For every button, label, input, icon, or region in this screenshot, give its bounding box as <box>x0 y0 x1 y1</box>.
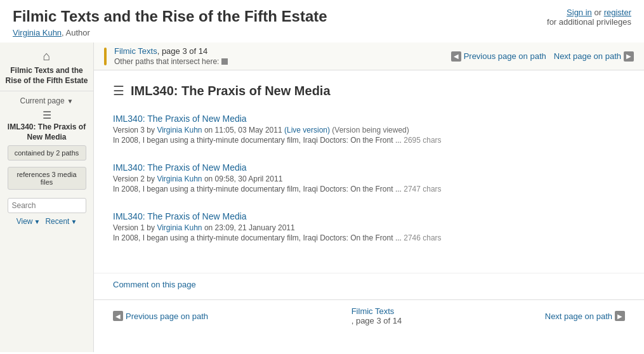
version-chars: 2695 chars <box>404 136 441 145</box>
version-chars: 2746 chars <box>404 233 441 242</box>
version-title: IML340: The Praxis of New Media <box>113 162 625 173</box>
bottom-path-nav: ◀ Previous page on path Filmic Texts, pa… <box>94 299 644 332</box>
references-btn[interactable]: references 3 media files <box>8 167 86 190</box>
versions-container: IML340: The Praxis of New Media Version … <box>113 114 625 242</box>
page-body: ☰ IML340: The Praxis of New Media IML340… <box>94 70 644 273</box>
page-ref: Filmic Texts, page 3 of 14 <box>114 46 228 56</box>
version-preview: In 2008, I began using a thirty-minute d… <box>113 233 625 242</box>
next-label-text: Next page on path <box>554 51 621 61</box>
path-indicator <box>104 48 107 65</box>
prev-arrow-icon: ◀ <box>451 51 461 62</box>
home-icon: ⌂ <box>43 49 50 63</box>
current-page-arrow: ▼ <box>67 98 74 105</box>
recent-dropdown[interactable]: Recent ▼ <box>45 217 77 226</box>
bottom-next-arrow-icon: ▶ <box>615 311 625 321</box>
other-paths-text: Other paths that intersect here: <box>114 57 219 66</box>
page-heading: ☰ IML340: The Praxis of New Media <box>113 83 625 98</box>
layout: ⌂ Filmic Texts and theRise of the Fifth … <box>0 43 644 352</box>
main-content: Filmic Texts, page 3 of 14 Other paths t… <box>94 43 644 352</box>
site-subtitle: Virginia Kuhn, Author <box>13 28 327 37</box>
bottom-prev-path-link[interactable]: ◀ Previous page on path <box>113 311 208 321</box>
privileges-text: for additional privileges <box>547 17 631 27</box>
view-recent-controls: View ▼ Recent ▼ <box>16 217 77 226</box>
top-header: Filmic Texts and the Rise of the Fifth E… <box>0 0 644 43</box>
comment-link[interactable]: Comment on this page <box>113 280 625 289</box>
version-entry: IML340: The Praxis of New Media Version … <box>113 114 625 145</box>
search-input[interactable] <box>8 198 86 213</box>
version-author-link[interactable]: Virginia Kuhn <box>157 126 202 134</box>
sidebar: ⌂ Filmic Texts and theRise of the Fifth … <box>0 43 94 352</box>
path-info: Filmic Texts, page 3 of 14 Other paths t… <box>114 46 228 66</box>
version-title: IML340: The Praxis of New Media <box>113 211 625 221</box>
bottom-filmic-link[interactable]: Filmic Texts <box>352 306 402 316</box>
version-title: IML340: The Praxis of New Media <box>113 114 625 124</box>
title-block: Filmic Texts and the Rise of the Fifth E… <box>13 8 327 37</box>
author-suffix: , Author <box>62 28 90 37</box>
prev-page-path-link[interactable]: ◀ Previous page on path <box>451 51 546 62</box>
filmic-texts-link[interactable]: Filmic Texts <box>114 46 157 56</box>
version-author-link[interactable]: Virginia Kuhn <box>157 223 202 232</box>
path-nav-bar: Filmic Texts, page 3 of 14 Other paths t… <box>94 43 644 70</box>
other-paths: Other paths that intersect here: <box>114 57 228 66</box>
register-link[interactable]: register <box>604 8 631 17</box>
version-meta: Version 3 by Virginia Kuhn on 11:05, 03 … <box>113 126 625 134</box>
contained-by-btn[interactable]: contained by 2 paths <box>8 145 86 161</box>
page-icon: ☰ <box>43 109 51 121</box>
bottom-prev-arrow-icon: ◀ <box>113 311 123 321</box>
version-meta: Version 2 by Virginia Kuhn on 09:58, 30 … <box>113 174 625 183</box>
next-page-path-link[interactable]: Next page on path ▶ <box>554 51 634 62</box>
prev-label-text: Previous page on path <box>464 51 546 61</box>
page-heading-icon: ☰ <box>113 83 124 98</box>
path-nav-left: Filmic Texts, page 3 of 14 Other paths t… <box>104 46 228 66</box>
view-arrow: ▼ <box>34 218 40 225</box>
version-author-link[interactable]: Virginia Kuhn <box>157 174 202 183</box>
bottom-next-label: Next page on path <box>545 311 612 321</box>
version-entry: IML340: The Praxis of New Media Version … <box>113 162 625 193</box>
version-preview: In 2008, I began using a thirty-minute d… <box>113 136 625 145</box>
version-chars: 2747 chars <box>404 185 441 193</box>
current-page-text: Current page <box>20 96 65 105</box>
author-link[interactable]: Virginia Kuhn <box>13 28 62 37</box>
page-title: IML340: The Praxis of New Media <box>131 84 331 98</box>
recent-arrow: ▼ <box>70 218 77 225</box>
or-text: or <box>594 8 601 17</box>
comment-anchor[interactable]: Comment on this page <box>113 280 196 289</box>
version-meta: Version 1 by Virginia Kuhn on 23:09, 21 … <box>113 223 625 232</box>
version-entry: IML340: The Praxis of New Media Version … <box>113 211 625 242</box>
site-title: Filmic Texts and the Rise of the Fifth E… <box>13 8 327 25</box>
page-footer: Comment on this page <box>94 273 644 299</box>
bottom-center-info: Filmic Texts, page 3 of 14 <box>352 306 402 325</box>
sidebar-page-title: IML340: The Praxis ofNew Media <box>3 122 91 142</box>
version-title-link[interactable]: IML340: The Praxis of New Media <box>113 162 247 173</box>
version-title-link[interactable]: IML340: The Praxis of New Media <box>113 114 247 124</box>
other-paths-square <box>221 58 228 65</box>
version-title-link[interactable]: IML340: The Praxis of New Media <box>113 211 247 221</box>
sign-in-link[interactable]: Sign in <box>567 8 592 17</box>
version-preview: In 2008, I began using a thirty-minute d… <box>113 185 625 193</box>
bottom-prev-label: Previous page on path <box>126 311 208 321</box>
view-dropdown[interactable]: View ▼ <box>16 217 41 226</box>
current-page-label[interactable]: Current page ▼ <box>20 96 74 105</box>
bottom-next-path-link[interactable]: Next page on path ▶ <box>545 311 625 321</box>
path-nav-right: ◀ Previous page on path Next page on pat… <box>451 51 634 62</box>
sidebar-divider <box>0 91 93 91</box>
auth-links: Sign in or register for additional privi… <box>547 8 631 27</box>
next-arrow-icon: ▶ <box>624 51 634 62</box>
sidebar-site-title: Filmic Texts and theRise of the Fifth Es… <box>0 66 93 86</box>
page-ref-text: , page 3 of 14 <box>157 46 208 56</box>
bottom-page-ref: , page 3 of 14 <box>352 316 402 325</box>
